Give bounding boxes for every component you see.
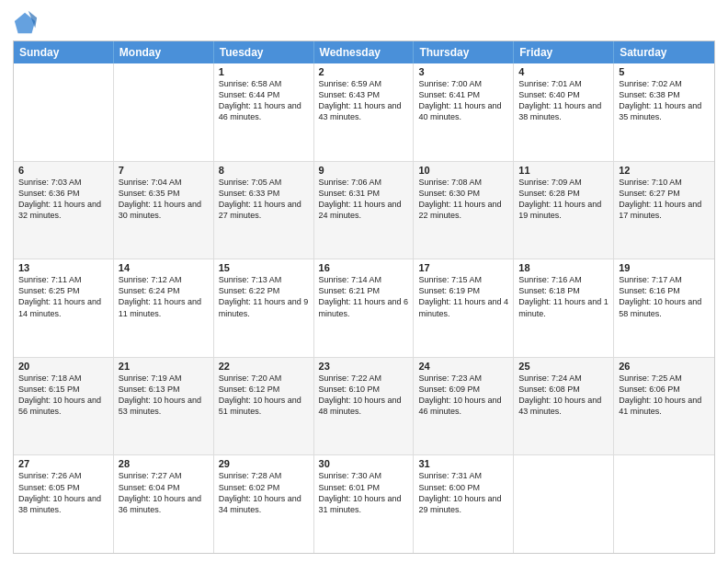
calendar-cell: 20Sunrise: 7:18 AMSunset: 6:15 PMDayligh… xyxy=(14,358,114,455)
cell-sun-info: Sunrise: 7:09 AMSunset: 6:28 PMDaylight:… xyxy=(518,178,601,220)
calendar-cell: 31Sunrise: 7:31 AMSunset: 6:00 PMDayligh… xyxy=(414,455,514,553)
day-number: 25 xyxy=(518,361,609,372)
calendar-cell: 7Sunrise: 7:04 AMSunset: 6:35 PMDaylight… xyxy=(114,162,214,259)
calendar-cell xyxy=(614,455,714,553)
calendar-cell: 6Sunrise: 7:03 AMSunset: 6:36 PMDaylight… xyxy=(14,162,114,259)
calendar-cell: 2Sunrise: 6:59 AMSunset: 6:43 PMDaylight… xyxy=(314,63,415,161)
day-number: 4 xyxy=(518,66,609,77)
calendar-cell: 12Sunrise: 7:10 AMSunset: 6:27 PMDayligh… xyxy=(614,162,714,259)
calendar-cell: 15Sunrise: 7:13 AMSunset: 6:22 PMDayligh… xyxy=(214,259,314,357)
cell-sun-info: Sunrise: 7:12 AMSunset: 6:24 PMDaylight:… xyxy=(119,275,201,317)
cell-sun-info: Sunrise: 7:18 AMSunset: 6:15 PMDaylight:… xyxy=(18,373,101,416)
calendar-cell: 30Sunrise: 7:30 AMSunset: 6:01 PMDayligh… xyxy=(314,455,415,553)
calendar-cell: 9Sunrise: 7:06 AMSunset: 6:31 PMDaylight… xyxy=(314,162,415,259)
cell-sun-info: Sunrise: 7:00 AMSunset: 6:41 PMDaylight:… xyxy=(418,79,501,121)
calendar-row-2: 6Sunrise: 7:03 AMSunset: 6:36 PMDaylight… xyxy=(14,162,714,260)
header-day-monday: Monday xyxy=(114,41,214,63)
logo-icon xyxy=(13,9,39,35)
cell-sun-info: Sunrise: 7:26 AMSunset: 6:05 PMDaylight:… xyxy=(18,471,101,513)
calendar-cell: 4Sunrise: 7:01 AMSunset: 6:40 PMDaylight… xyxy=(514,63,614,161)
calendar-row-1: 1Sunrise: 6:58 AMSunset: 6:44 PMDaylight… xyxy=(14,63,714,162)
cell-sun-info: Sunrise: 7:22 AMSunset: 6:10 PMDaylight:… xyxy=(319,373,402,416)
day-number: 1 xyxy=(219,66,309,77)
day-number: 6 xyxy=(18,165,108,176)
calendar-cell: 29Sunrise: 7:28 AMSunset: 6:02 PMDayligh… xyxy=(214,455,314,553)
day-number: 11 xyxy=(518,165,609,176)
header-day-friday: Friday xyxy=(514,41,614,63)
cell-sun-info: Sunrise: 7:01 AMSunset: 6:40 PMDaylight:… xyxy=(518,79,601,121)
day-number: 22 xyxy=(219,361,309,372)
cell-sun-info: Sunrise: 7:17 AMSunset: 6:16 PMDaylight:… xyxy=(619,275,701,317)
day-number: 9 xyxy=(319,165,409,176)
calendar-cell: 8Sunrise: 7:05 AMSunset: 6:33 PMDaylight… xyxy=(214,162,314,259)
calendar-cell: 1Sunrise: 6:58 AMSunset: 6:44 PMDaylight… xyxy=(214,63,314,161)
day-number: 7 xyxy=(119,165,209,176)
cell-sun-info: Sunrise: 6:59 AMSunset: 6:43 PMDaylight:… xyxy=(319,79,402,121)
cell-sun-info: Sunrise: 7:28 AMSunset: 6:02 PMDaylight:… xyxy=(219,471,301,513)
calendar-cell: 18Sunrise: 7:16 AMSunset: 6:18 PMDayligh… xyxy=(514,259,614,357)
calendar-cell: 17Sunrise: 7:15 AMSunset: 6:19 PMDayligh… xyxy=(414,259,514,357)
day-number: 24 xyxy=(418,361,508,372)
calendar-cell: 5Sunrise: 7:02 AMSunset: 6:38 PMDaylight… xyxy=(614,63,714,161)
day-number: 12 xyxy=(619,165,710,176)
day-number: 8 xyxy=(219,165,309,176)
day-number: 28 xyxy=(119,458,209,469)
day-number: 21 xyxy=(119,361,209,372)
cell-sun-info: Sunrise: 7:31 AMSunset: 6:00 PMDaylight:… xyxy=(418,471,501,513)
cell-sun-info: Sunrise: 7:16 AMSunset: 6:18 PMDaylight:… xyxy=(518,275,609,317)
day-number: 15 xyxy=(219,262,309,273)
calendar-cell: 3Sunrise: 7:00 AMSunset: 6:41 PMDaylight… xyxy=(414,63,514,161)
calendar-row-5: 27Sunrise: 7:26 AMSunset: 6:05 PMDayligh… xyxy=(14,455,714,553)
calendar-cell: 24Sunrise: 7:23 AMSunset: 6:09 PMDayligh… xyxy=(414,358,514,455)
cell-sun-info: Sunrise: 7:05 AMSunset: 6:33 PMDaylight:… xyxy=(219,178,301,220)
cell-sun-info: Sunrise: 7:27 AMSunset: 6:04 PMDaylight:… xyxy=(119,471,201,513)
calendar-cell: 25Sunrise: 7:24 AMSunset: 6:08 PMDayligh… xyxy=(514,358,614,455)
calendar-cell: 23Sunrise: 7:22 AMSunset: 6:10 PMDayligh… xyxy=(314,358,415,455)
day-number: 26 xyxy=(619,361,710,372)
cell-sun-info: Sunrise: 7:04 AMSunset: 6:35 PMDaylight:… xyxy=(119,178,201,220)
day-number: 17 xyxy=(418,262,508,273)
day-number: 27 xyxy=(18,458,108,469)
header-day-tuesday: Tuesday xyxy=(214,41,314,63)
cell-sun-info: Sunrise: 7:19 AMSunset: 6:13 PMDaylight:… xyxy=(119,373,201,416)
calendar-cell: 10Sunrise: 7:08 AMSunset: 6:30 PMDayligh… xyxy=(414,162,514,259)
calendar-cell: 19Sunrise: 7:17 AMSunset: 6:16 PMDayligh… xyxy=(614,259,714,357)
calendar-cell: 11Sunrise: 7:09 AMSunset: 6:28 PMDayligh… xyxy=(514,162,614,259)
day-number: 18 xyxy=(518,262,609,273)
cell-sun-info: Sunrise: 7:25 AMSunset: 6:06 PMDaylight:… xyxy=(619,373,701,416)
cell-sun-info: Sunrise: 7:06 AMSunset: 6:31 PMDaylight:… xyxy=(319,178,402,220)
cell-sun-info: Sunrise: 7:03 AMSunset: 6:36 PMDaylight:… xyxy=(18,178,101,220)
header-day-wednesday: Wednesday xyxy=(314,41,415,63)
header-day-saturday: Saturday xyxy=(614,41,714,63)
cell-sun-info: Sunrise: 7:10 AMSunset: 6:27 PMDaylight:… xyxy=(619,178,701,220)
header-day-thursday: Thursday xyxy=(414,41,514,63)
cell-sun-info: Sunrise: 7:20 AMSunset: 6:12 PMDaylight:… xyxy=(219,373,301,416)
day-number: 20 xyxy=(18,361,108,372)
cell-sun-info: Sunrise: 7:02 AMSunset: 6:38 PMDaylight:… xyxy=(619,79,701,121)
cell-sun-info: Sunrise: 7:23 AMSunset: 6:09 PMDaylight:… xyxy=(418,373,501,416)
day-number: 30 xyxy=(319,458,409,469)
day-number: 3 xyxy=(418,66,508,77)
calendar-body: 1Sunrise: 6:58 AMSunset: 6:44 PMDaylight… xyxy=(14,63,714,553)
day-number: 29 xyxy=(219,458,309,469)
calendar-cell: 28Sunrise: 7:27 AMSunset: 6:04 PMDayligh… xyxy=(114,455,214,553)
cell-sun-info: Sunrise: 7:15 AMSunset: 6:19 PMDaylight:… xyxy=(418,275,508,317)
header-day-sunday: Sunday xyxy=(14,41,114,63)
day-number: 2 xyxy=(319,66,409,77)
cell-sun-info: Sunrise: 7:13 AMSunset: 6:22 PMDaylight:… xyxy=(219,275,309,317)
calendar-header: SundayMondayTuesdayWednesdayThursdayFrid… xyxy=(14,41,714,63)
calendar-cell xyxy=(114,63,214,161)
calendar-cell: 22Sunrise: 7:20 AMSunset: 6:12 PMDayligh… xyxy=(214,358,314,455)
day-number: 16 xyxy=(319,262,409,273)
calendar-cell: 14Sunrise: 7:12 AMSunset: 6:24 PMDayligh… xyxy=(114,259,214,357)
cell-sun-info: Sunrise: 7:24 AMSunset: 6:08 PMDaylight:… xyxy=(518,373,601,416)
calendar-cell: 21Sunrise: 7:19 AMSunset: 6:13 PMDayligh… xyxy=(114,358,214,455)
calendar-cell: 13Sunrise: 7:11 AMSunset: 6:25 PMDayligh… xyxy=(14,259,114,357)
day-number: 13 xyxy=(18,262,108,273)
day-number: 23 xyxy=(319,361,409,372)
calendar: SundayMondayTuesdayWednesdayThursdayFrid… xyxy=(13,40,715,554)
cell-sun-info: Sunrise: 7:08 AMSunset: 6:30 PMDaylight:… xyxy=(418,178,501,220)
calendar-cell xyxy=(14,63,114,161)
day-number: 31 xyxy=(418,458,508,469)
logo xyxy=(13,9,40,35)
